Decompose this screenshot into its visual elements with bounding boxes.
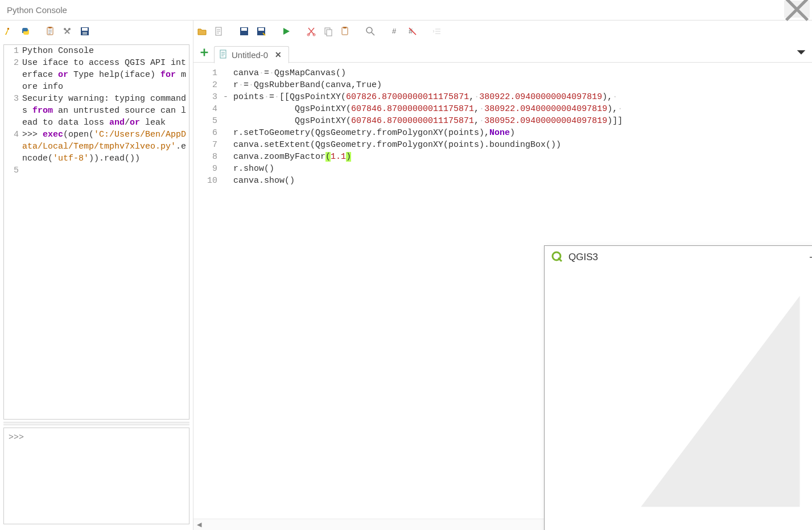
code-text: points·=·[[QgsPointXY(607826.87000000011… — [233, 91, 812, 103]
svg-rect-2 — [48, 27, 52, 28]
child-window-title: QGIS3 — [568, 252, 598, 263]
clear-icon[interactable] — [2, 25, 15, 38]
uncomment-icon[interactable]: # — [406, 25, 419, 38]
line-number: 6 — [193, 127, 223, 139]
line-number: 4 — [4, 129, 21, 165]
save-as-icon[interactable] — [255, 25, 267, 38]
close-tab-icon[interactable]: ✕ — [275, 50, 282, 59]
console-line: 5 — [4, 165, 189, 176]
cut-icon[interactable] — [305, 25, 318, 38]
line-number: 8 — [193, 151, 223, 163]
fold-marker — [223, 103, 233, 115]
file-icon — [219, 50, 228, 60]
console-toolbar — [0, 20, 193, 42]
code-text: canva.show() — [233, 175, 812, 187]
code-text: canva·=·QgsMapCanvas() — [233, 67, 812, 79]
fold-marker[interactable]: - — [223, 91, 233, 103]
search-icon[interactable] — [364, 25, 377, 38]
line-text: Security warning: typing commands from a… — [21, 93, 189, 129]
new-file-icon[interactable] — [213, 25, 225, 38]
fold-marker — [223, 151, 233, 163]
tab-overflow-icon[interactable] — [795, 46, 807, 59]
save-icon[interactable] — [79, 25, 91, 38]
editor-line: 10canva.show() — [193, 175, 812, 187]
line-number: 5 — [4, 165, 21, 176]
editor-line: 5 QgsPointXY(607846.87000000011175871,·3… — [193, 115, 812, 127]
line-number: 5 — [193, 115, 223, 127]
svg-rect-16 — [327, 30, 332, 36]
line-number: 9 — [193, 163, 223, 175]
qgis-child-window[interactable]: QGIS3 — [544, 245, 812, 530]
svg-point-19 — [366, 27, 372, 33]
svg-point-3 — [64, 28, 66, 30]
line-number: 1 — [4, 45, 21, 57]
line-number: 1 — [193, 67, 223, 79]
line-text: >>> exec(open('C:/Users/Ben/AppData/Loca… — [21, 129, 189, 165]
svg-rect-6 — [82, 28, 88, 31]
fold-marker — [223, 67, 233, 79]
tab-label: Untitled-0 — [232, 50, 268, 60]
editor-line: 7canva.setExtent(QgsGeometry.fromPolygon… — [193, 139, 812, 151]
code-editor-area: 1canva·=·QgsMapCanvas()2r·=·QgsRubberBan… — [193, 63, 812, 530]
console-line: 3Security warning: typing commands from … — [4, 93, 189, 129]
editor-line: 9r.show() — [193, 163, 812, 175]
console-line: 1Python Console — [4, 45, 189, 57]
window-close-button[interactable] — [784, 1, 810, 18]
line-number: 10 — [193, 175, 223, 187]
console-prompt: >>> — [9, 433, 24, 442]
save-file-icon[interactable] — [238, 25, 250, 38]
python-icon[interactable] — [19, 25, 32, 38]
child-window-titlebar[interactable]: QGIS3 — [545, 246, 812, 269]
editor-pane: # # Untitled-0 ✕ 1canva·=·QgsMapCanvas()… — [193, 20, 812, 530]
paste-code-icon[interactable] — [339, 25, 352, 38]
svg-marker-25 — [641, 296, 799, 507]
editor-tabbar: Untitled-0 ✕ — [193, 42, 812, 63]
run-icon[interactable] — [280, 25, 292, 38]
settings-icon[interactable] — [61, 25, 74, 38]
fold-marker — [223, 79, 233, 91]
copy-icon[interactable] — [322, 25, 335, 38]
fold-marker — [223, 139, 233, 151]
close-icon — [784, 0, 810, 22]
line-number: 3 — [193, 91, 223, 103]
child-minimize-button[interactable] — [799, 249, 812, 266]
line-number: 2 — [193, 79, 223, 91]
scroll-left-icon[interactable]: ◀ — [197, 521, 201, 528]
add-tab-button[interactable] — [199, 47, 209, 57]
tab-untitled-0[interactable]: Untitled-0 ✕ — [214, 46, 289, 63]
editor-line: 6r.setToGeometry(QgsGeometry.fromPolygon… — [193, 127, 812, 139]
line-number: 4 — [193, 103, 223, 115]
code-text: QgsPointXY(607846.87000000011175871,·380… — [233, 103, 812, 115]
code-text: r·=·QgsRubberBand(canva,True) — [233, 79, 812, 91]
console-line: 4>>> exec(open('C:/Users/Ben/AppData/Loc… — [4, 129, 189, 165]
fold-marker — [223, 175, 233, 187]
code-text: canva.zoomByFactor(1.1) — [233, 151, 812, 163]
svg-point-4 — [68, 28, 71, 30]
line-text: Python Console — [21, 45, 189, 57]
console-output[interactable]: 1Python Console2Use iface to access QGIS… — [3, 44, 189, 420]
fold-marker — [223, 115, 233, 127]
line-text — [21, 165, 189, 176]
code-text: r.show() — [233, 163, 812, 175]
comment-icon[interactable]: # — [389, 25, 402, 38]
code-text: r.setToGeometry(QgsGeometry.fromPolygonX… — [233, 127, 812, 139]
fold-marker — [223, 163, 233, 175]
svg-rect-7 — [83, 32, 87, 35]
minimize-icon — [809, 254, 812, 261]
line-number: 7 — [193, 139, 223, 151]
code-text: QgsPointXY(607846.87000000011175871,·380… — [233, 115, 812, 127]
code-text: canva.setExtent(QgsGeometry.fromPolygonX… — [233, 139, 812, 151]
console-input[interactable]: >>> — [3, 428, 189, 524]
svg-rect-10 — [241, 28, 247, 31]
paste-icon[interactable] — [44, 25, 57, 38]
outdent-icon[interactable] — [431, 25, 444, 38]
fold-marker — [223, 127, 233, 139]
open-file-icon[interactable] — [196, 25, 208, 38]
pane-splitter[interactable] — [3, 422, 189, 425]
plus-icon — [199, 47, 209, 57]
editor-toolbar: # # — [193, 20, 812, 42]
map-canvas[interactable] — [545, 269, 812, 530]
window-titlebar: Python Console — [0, 0, 812, 20]
line-number: 2 — [4, 57, 21, 93]
editor-line: 1canva·=·QgsMapCanvas() — [193, 67, 812, 79]
